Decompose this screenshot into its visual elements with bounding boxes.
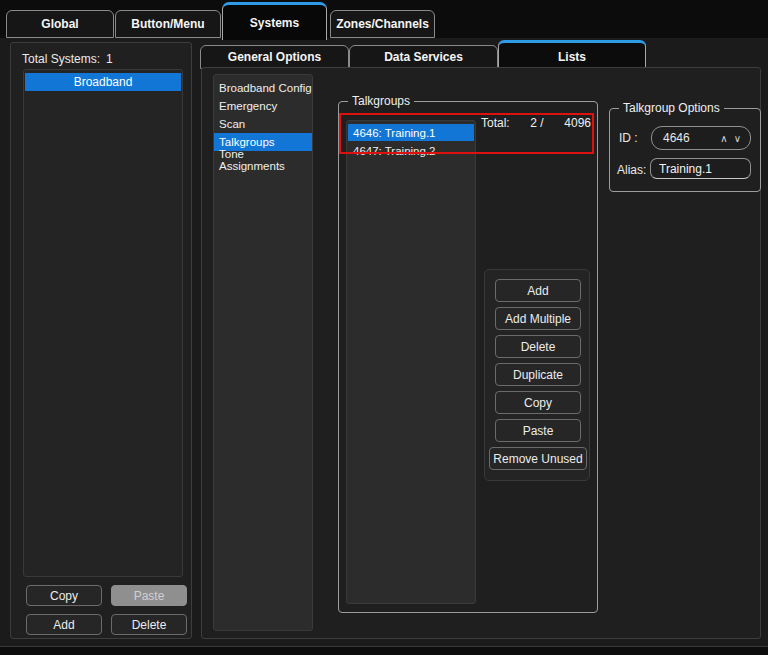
nav-item-scan[interactable]: Scan xyxy=(214,115,312,133)
total-systems-row: Total Systems: 1 xyxy=(22,52,182,66)
id-label: ID : xyxy=(619,131,638,145)
chevron-up-icon[interactable]: ∧ xyxy=(717,133,730,144)
talkgroup-list[interactable]: 4646: Training.1 4647: Training.2 xyxy=(346,120,476,604)
talkgroups-groupbox-title: Talkgroups xyxy=(348,94,414,108)
alias-label: Alias: xyxy=(617,163,646,177)
lists-nav[interactable]: Broadband Config Emergency Scan Talkgrou… xyxy=(213,74,313,631)
total-systems-label: Total Systems: xyxy=(22,52,100,66)
systems-list[interactable]: Broadband xyxy=(23,69,183,577)
tab-general-options[interactable]: General Options xyxy=(200,45,349,69)
tab-global[interactable]: Global xyxy=(6,10,114,38)
systems-panel: Total Systems: 1 Broadband Copy Paste Ad… xyxy=(10,42,192,639)
nav-item-broadband-config[interactable]: Broadband Config xyxy=(214,79,312,97)
add-system-button[interactable]: Add xyxy=(26,614,102,635)
paste-talkgroup-button[interactable]: Paste xyxy=(495,419,581,442)
total-systems-value: 1 xyxy=(106,52,113,66)
talkgroup-options-title: Talkgroup Options xyxy=(619,101,724,115)
alias-input[interactable]: Training.1 xyxy=(650,158,751,179)
lists-content-panel: Broadband Config Emergency Scan Talkgrou… xyxy=(201,67,761,639)
talkgroup-buttons-panel: Add Add Multiple Delete Duplicate Copy P… xyxy=(484,269,590,481)
remove-unused-button[interactable]: Remove Unused xyxy=(489,447,587,470)
tab-lists[interactable]: Lists xyxy=(498,40,646,70)
paste-system-button[interactable]: Paste xyxy=(111,585,187,606)
copy-system-button[interactable]: Copy xyxy=(26,585,102,606)
id-value: 4646 xyxy=(652,131,717,145)
tab-button-menu[interactable]: Button/Menu xyxy=(115,10,221,38)
tab-zones-channels[interactable]: Zones/Channels xyxy=(330,10,435,38)
talkgroup-item-4646[interactable]: 4646: Training.1 xyxy=(348,124,474,141)
app-window: Global Button/Menu Systems Zones/Channel… xyxy=(0,0,768,655)
tab-systems[interactable]: Systems xyxy=(222,2,327,40)
delete-talkgroup-button[interactable]: Delete xyxy=(495,335,581,358)
list-item-broadband[interactable]: Broadband xyxy=(25,73,181,91)
duplicate-talkgroup-button[interactable]: Duplicate xyxy=(495,363,581,386)
talkgroup-total-row: Total: 2 / 4096 xyxy=(481,116,591,130)
talkgroup-total-current: 2 / xyxy=(530,116,543,130)
tab-data-services[interactable]: Data Services xyxy=(349,45,498,69)
talkgroup-item-4647[interactable]: 4647: Training.2 xyxy=(348,142,474,159)
talkgroup-options-groupbox: Talkgroup Options ID : 4646 ∧ ∨ Alias: T… xyxy=(609,108,761,192)
copy-talkgroup-button[interactable]: Copy xyxy=(495,391,581,414)
id-spinner[interactable]: 4646 ∧ ∨ xyxy=(651,126,751,150)
nav-item-emergency[interactable]: Emergency xyxy=(214,97,312,115)
talkgroup-total-max: 4096 xyxy=(564,116,591,130)
add-multiple-talkgroups-button[interactable]: Add Multiple xyxy=(495,307,581,330)
nav-item-tone-assignments[interactable]: Tone Assignments xyxy=(214,151,312,169)
add-talkgroup-button[interactable]: Add xyxy=(495,279,581,302)
chevron-down-icon[interactable]: ∨ xyxy=(731,133,744,144)
talkgroup-total-label: Total: xyxy=(481,116,510,130)
status-strip xyxy=(0,647,768,655)
talkgroups-groupbox: Talkgroups 4646: Training.1 4647: Traini… xyxy=(338,101,598,613)
delete-system-button[interactable]: Delete xyxy=(111,614,187,635)
